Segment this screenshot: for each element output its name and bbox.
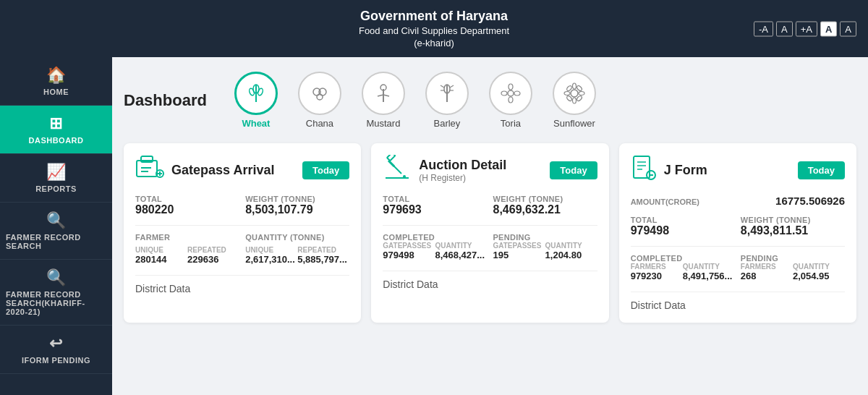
qty-unique-block: UNIQUE 2,617,310... (245, 246, 297, 265)
jform-today-button[interactable]: Today (798, 161, 845, 179)
jform-pending-label: PENDING (741, 254, 845, 263)
font-plus-button[interactable]: +A (796, 21, 817, 36)
svg-point-17 (508, 90, 514, 96)
gatepass-card-header: Gatepass Arrival Today (135, 155, 349, 186)
svg-point-2 (248, 88, 255, 95)
jform-amount-value: 16775.506926 (775, 195, 845, 207)
chana-icon (298, 72, 341, 115)
mustard-icon (362, 72, 405, 115)
header: Government of Haryana Food and Civil Sup… (0, 0, 868, 57)
jform-weight-label: WEIGHT (TONNE) (741, 216, 845, 224)
auction-today-button[interactable]: Today (550, 161, 597, 179)
crop-mustard[interactable]: Mustard (354, 69, 412, 132)
font-normal-button[interactable]: A (776, 21, 793, 36)
crop-chana[interactable]: Chana (291, 69, 349, 132)
reports-icon: 📈 (46, 163, 67, 182)
gatepass-title-area: Gatepass Arrival (135, 155, 274, 186)
sidebar-item-home[interactable]: 🏠 HOME (0, 57, 112, 106)
auction-district-link[interactable]: District Data (383, 271, 597, 290)
jform-amount-label: AMOUNT(CRORE) (631, 198, 699, 206)
gatepass-divider (135, 225, 349, 226)
gatepass-card: Gatepass Arrival Today TOTAL 980220 WEIG… (124, 143, 361, 323)
jform-comp-qty-block: QUANTITY 8,491,756... (683, 263, 735, 281)
sidebar-item-dashboard[interactable]: ⊞ DASHBOARD (0, 106, 112, 154)
qty-unique-value: 2,617,310... (245, 254, 297, 265)
crop-barley[interactable]: Barley (418, 69, 476, 132)
jform-comp-farmers-value: 979230 (631, 271, 683, 281)
svg-line-9 (378, 95, 383, 96)
auction-pend-gp-value: 195 (493, 250, 545, 260)
quantity-block: QUANTITY (TONNE) UNIQUE 2,617,310... REP… (245, 233, 349, 265)
jform-title-area: J Form (631, 155, 707, 186)
auction-title-area: Auction Detail (H Register) (383, 155, 506, 186)
jform-pending-sub: FARMERS 268 QUANTITY 2,054.95 (741, 263, 845, 281)
sidebar-item-reports[interactable]: 📈 REPORTS (0, 154, 112, 203)
header-title: Government of Haryana (14, 9, 854, 24)
dashboard-icon: ⊞ (49, 114, 63, 133)
svg-line-10 (383, 95, 389, 96)
jform-pend-qty-label: QUANTITY (793, 263, 845, 271)
farmer-label: FARMER (135, 233, 239, 242)
jform-icon (631, 155, 657, 186)
svg-point-25 (564, 92, 570, 95)
wheat-label: Wheat (242, 118, 270, 129)
svg-line-13 (441, 85, 444, 88)
jform-pend-qty-block: QUANTITY 2,054.95 (793, 263, 845, 281)
farmer-block: FARMER UNIQUE 280144 REPEATED 229636 (135, 233, 239, 265)
farmer-repeated-label: REPEATED (187, 246, 239, 254)
gatepass-farmer-section: FARMER UNIQUE 280144 REPEATED 229636 (135, 233, 349, 265)
auction-pend-qty-value: 1,204.80 (545, 250, 597, 260)
auction-weight-label: WEIGHT (TONNE) (493, 195, 597, 203)
sidebar-item-iform-pending[interactable]: ↩ IFORM PENDING (0, 326, 112, 374)
auction-completed-sub: GATEPASSES 979498 QUANTITY 8,468,427... (383, 242, 487, 260)
toria-label: Toria (501, 118, 521, 129)
chana-label: Chana (306, 118, 333, 129)
svg-point-18 (509, 84, 513, 90)
svg-point-6 (317, 94, 323, 100)
qty-unique-label: UNIQUE (245, 246, 297, 254)
sidebar-item-farmer-khariff[interactable]: 🔍 FARMER RECORD SEARCH(KHARIFF-2020-21) (0, 260, 112, 326)
mustard-label: Mustard (366, 118, 400, 129)
cards-row: Gatepass Arrival Today TOTAL 980220 WEIG… (124, 143, 856, 323)
jform-weight-value: 8,493,811.51 (741, 224, 845, 237)
auction-stats: TOTAL 979693 WEIGHT (TONNE) 8,469,632.21 (383, 195, 597, 216)
farmer-sub-grid: UNIQUE 280144 REPEATED 229636 (135, 246, 239, 265)
auction-total-block: TOTAL 979693 (383, 195, 487, 216)
font-minus-button[interactable]: -A (754, 21, 773, 36)
crop-wheat[interactable]: Wheat (227, 69, 285, 132)
crop-toria[interactable]: Toria (482, 69, 540, 132)
svg-point-23 (572, 83, 576, 89)
sidebar-item-dashboard-label: DASHBOARD (29, 136, 84, 145)
sunflower-label: Sunflower (553, 118, 595, 129)
auction-completed-block: COMPLETED GATEPASSES 979498 QUANTITY 8,4… (383, 233, 487, 260)
jform-pend-farmers-label: FARMERS (741, 263, 793, 271)
auction-divider (383, 225, 597, 226)
font-a1-button[interactable]: A (820, 21, 837, 36)
sidebar-item-farmer-record-search[interactable]: 🔍 FARMER RECORD SEARCH (0, 203, 112, 260)
gatepass-title: Gatepass Arrival (171, 163, 274, 178)
qty-repeated-label: REPEATED (297, 246, 349, 254)
jform-total-block: TOTAL 979498 (631, 216, 735, 237)
jform-district-link[interactable]: District Data (631, 292, 845, 311)
gatepass-district-link[interactable]: District Data (135, 275, 349, 294)
font-a2-button[interactable]: A (840, 21, 856, 36)
jform-card-header: J Form Today (631, 155, 845, 186)
svg-point-19 (509, 97, 513, 103)
auction-pend-qty-label: QUANTITY (545, 242, 597, 250)
gatepass-stats: TOTAL 980220 WEIGHT (TONNE) 8,503,107.79 (135, 195, 349, 216)
home-icon: 🏠 (46, 66, 67, 85)
gatepass-today-button[interactable]: Today (302, 161, 349, 179)
wheat-icon (234, 72, 278, 115)
qty-sub-grid: UNIQUE 2,617,310... REPEATED 5,885,797..… (245, 246, 349, 265)
gatepass-total-block: TOTAL 980220 (135, 195, 239, 216)
barley-label: Barley (433, 118, 460, 129)
svg-rect-41 (387, 155, 395, 161)
crop-bar: Dashboard Wheat (124, 69, 856, 132)
jform-comp-farmers-block: FARMERS 979230 (631, 263, 683, 281)
auction-comp-gp-label: GATEPASSES (383, 242, 435, 250)
sidebar-item-iform-label: IFORM PENDING (22, 356, 90, 365)
farmer-unique-block: UNIQUE 280144 (135, 246, 187, 265)
jform-amount-row: AMOUNT(CRORE) 16775.506926 (631, 195, 845, 207)
crop-sunflower[interactable]: Sunflower (545, 69, 603, 132)
jform-completed-sub: FARMERS 979230 QUANTITY 8,491,756... (631, 263, 735, 281)
